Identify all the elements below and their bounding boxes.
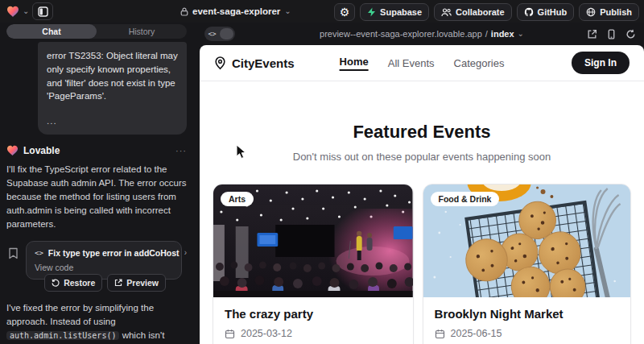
restore-icon — [52, 279, 60, 287]
site-brand-name: CityEvents — [232, 56, 295, 70]
hero-title: Featured Events — [200, 122, 644, 143]
mobile-view-icon[interactable] — [606, 29, 617, 39]
lock-icon — [180, 7, 188, 16]
project-switcher[interactable]: event-saga-explorer ⌄ — [180, 0, 291, 23]
gear-icon: ⚙ — [340, 6, 350, 18]
sign-in-button[interactable]: Sign In — [572, 52, 630, 74]
assistant-message-1: I'll fix the TypeScript error related to… — [6, 163, 187, 231]
supabase-icon — [367, 7, 376, 17]
publish-label: Publish — [600, 7, 632, 17]
event-date: 2025-06-15 — [451, 328, 502, 339]
assistant-name: Lovable — [23, 145, 60, 156]
category-badge: Arts — [221, 192, 254, 206]
event-cards: Arts The crazy party 2025-03-12 — [200, 184, 644, 344]
collaborate-button[interactable]: Collaborate — [434, 3, 512, 21]
lovable-logo-icon[interactable] — [6, 6, 19, 18]
event-image-conference: Arts — [213, 184, 413, 297]
hero-subtitle: Don't miss out on these popular events h… — [200, 151, 644, 163]
event-title: Brooklyn Night Market — [435, 307, 619, 321]
event-date: 2025-03-12 — [241, 328, 292, 339]
event-image-cookies: Food & Drink — [423, 184, 630, 297]
preview-url-host: preview--event-saga-explorer.lovable.app — [320, 29, 482, 39]
site-nav: Home All Events Categories — [340, 56, 505, 71]
assistant-message-2: I've fixed the error by simplifying the … — [6, 301, 187, 344]
chat-history-tabs: Chat History — [6, 24, 187, 39]
inline-code: auth.admin.listUsers() — [6, 331, 119, 340]
users-icon — [441, 8, 452, 17]
panel-icon — [38, 6, 48, 17]
chevron-down-icon: ⌄ — [518, 30, 524, 38]
preview-url-dropdown[interactable]: preview--event-saga-explorer.lovable.app… — [320, 29, 524, 39]
collaborate-label: Collaborate — [456, 7, 505, 17]
event-card-brooklyn-night-market[interactable]: Food & Drink Brooklyn Night Market 2025-… — [423, 184, 631, 344]
github-label: GitHub — [538, 7, 568, 17]
code-icon: <> — [35, 249, 43, 257]
user-message-bubble: error TS2353: Object literal may only sp… — [38, 42, 187, 135]
event-title: The crazy party — [225, 307, 402, 321]
truncated-indicator: ... — [47, 114, 178, 128]
event-date-row: 2025-03-12 — [225, 328, 402, 339]
event-card-crazy-party[interactable]: Arts The crazy party 2025-03-12 — [213, 184, 414, 344]
assistant-header: Lovable ··· — [6, 145, 187, 156]
nav-link-home[interactable]: Home — [340, 56, 369, 71]
calendar-icon — [435, 329, 445, 339]
settings-button[interactable]: ⚙ — [334, 3, 355, 21]
preview-toolbar: <> preview--event-saga-explorer.lovable.… — [200, 23, 644, 45]
preview-label: Preview — [126, 278, 159, 288]
external-link-icon — [114, 279, 122, 287]
top-bar: ⌄ event-saga-explorer ⌄ ⚙ — [0, 0, 644, 23]
nav-link-all-events[interactable]: All Events — [388, 57, 435, 69]
user-message-text: error TS2353: Object literal may only sp… — [47, 49, 178, 103]
url-separator: / — [485, 29, 488, 39]
chat-panel: Chat History error TS2353: Object litera… — [0, 23, 193, 344]
map-pin-icon — [214, 56, 226, 70]
chevron-right-icon: › — [184, 248, 187, 257]
project-title: event-saga-explorer — [192, 6, 280, 16]
open-in-new-tab-icon[interactable] — [587, 29, 597, 39]
preview-change-button[interactable]: Preview — [107, 274, 166, 292]
event-date-row: 2025-06-15 — [435, 328, 619, 339]
lovable-window: ⌄ event-saga-explorer ⌄ ⚙ — [0, 0, 644, 344]
supabase-button[interactable]: Supabase — [360, 3, 429, 21]
calendar-icon — [225, 329, 235, 339]
more-menu-icon[interactable]: ··· — [175, 146, 187, 155]
code-change-title: Fix type type error in addCoHost — [48, 248, 180, 258]
chevron-down-icon: ⌄ — [284, 7, 291, 15]
restore-button[interactable]: Restore — [44, 274, 102, 292]
tab-chat[interactable]: Chat — [6, 24, 97, 39]
github-button[interactable]: GitHub — [517, 3, 575, 21]
message-2-text: I've fixed the error by simplifying the … — [6, 303, 154, 326]
preview-pane: <> preview--event-saga-explorer.lovable.… — [200, 23, 644, 344]
nav-link-categories[interactable]: Categories — [454, 57, 505, 69]
category-badge: Food & Drink — [431, 192, 500, 206]
preview-viewport: CityEvents Home All Events Categories Si… — [200, 45, 644, 344]
toggle-knob — [220, 28, 233, 39]
view-code-link[interactable]: View code — [35, 263, 173, 272]
hero-section: Featured Events Don't miss out on these … — [200, 122, 644, 163]
preview-url-page: index — [491, 29, 514, 39]
site-brand[interactable]: CityEvents — [214, 56, 295, 70]
bookmark-icon[interactable] — [8, 247, 19, 259]
globe-icon — [586, 7, 596, 17]
tab-history[interactable]: History — [97, 24, 187, 39]
publish-button[interactable]: Publish — [579, 3, 639, 21]
restore-label: Restore — [64, 278, 95, 288]
lovable-heart-icon — [6, 145, 19, 156]
toggle-sidebar-button[interactable] — [32, 2, 53, 20]
refresh-icon[interactable] — [625, 29, 636, 39]
chevron-down-icon[interactable]: ⌄ — [23, 7, 29, 15]
supabase-label: Supabase — [380, 7, 422, 17]
code-icon: <> — [204, 30, 220, 38]
github-icon — [524, 7, 534, 17]
site-header: CityEvents Home All Events Categories Si… — [200, 45, 644, 81]
code-preview-toggle[interactable]: <> — [204, 27, 235, 41]
